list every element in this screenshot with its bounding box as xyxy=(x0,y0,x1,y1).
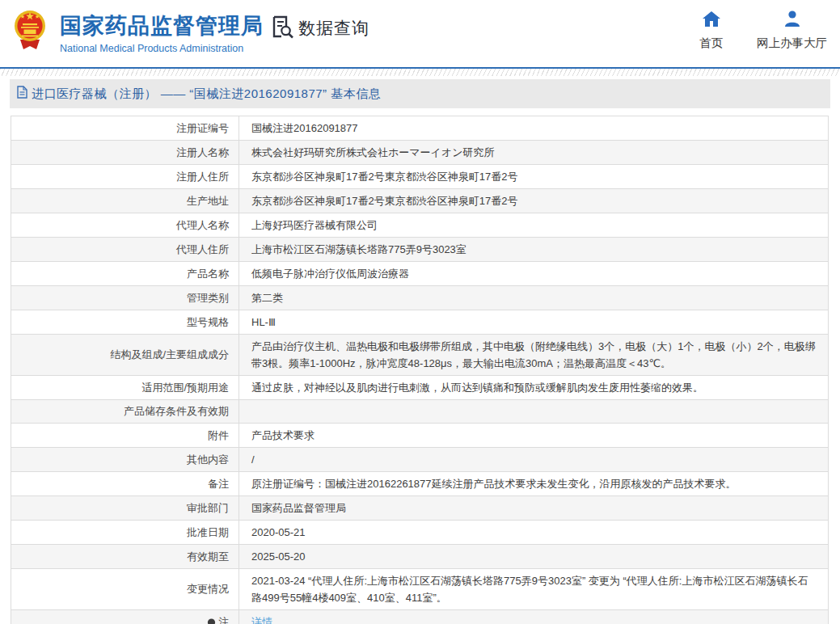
row-label-text: 适用范围/预期用途 xyxy=(141,380,229,396)
registration-info-table: 注册证编号 国械注进20162091877 注册人名称 株式会社好玛研究所株式会… xyxy=(11,116,829,624)
nav-home[interactable]: 首页 xyxy=(699,10,723,51)
row-label: 审批部门 xyxy=(11,496,239,520)
table-row: 注册人住所 东京都涉谷区神泉町17番2号東京都渋谷区神泉町17番2号 xyxy=(11,165,828,189)
row-value: 上海市松江区石湖荡镇长塔路775弄9号3023室 xyxy=(239,238,828,261)
row-label-text: 批准日期 xyxy=(187,525,229,541)
table-row: 型号规格 HL-Ⅲ xyxy=(11,310,828,335)
row-value: HL-Ⅲ xyxy=(239,310,828,334)
row-label: 结构及组成/主要组成成分 xyxy=(11,335,239,375)
row-label: 适用范围/预期用途 xyxy=(11,376,239,399)
balloon-icon xyxy=(207,618,216,624)
table-row: 注 详情 xyxy=(11,610,828,624)
row-value: 原注册证编号：国械注进20162261877延续注册产品技术要求未发生变化，沿用… xyxy=(239,472,828,495)
row-label-text: 附件 xyxy=(208,428,229,444)
data-query-label: 数据查询 xyxy=(298,17,369,40)
table-row: 备注 原注册证编号：国械注进20162261877延续注册产品技术要求未发生变化… xyxy=(11,472,828,496)
table-row: 产品名称 低频电子脉冲治疗仪低周波治療器 xyxy=(11,262,828,286)
row-label-text: 代理人住所 xyxy=(176,242,229,258)
nav-home-label: 首页 xyxy=(699,36,723,51)
nav-service-hall[interactable]: 网上办事大厅 xyxy=(757,10,827,51)
row-label-text: 审批部门 xyxy=(187,500,229,516)
row-label: 型号规格 xyxy=(11,310,239,334)
row-label-text: 管理类别 xyxy=(187,290,229,306)
site-header: 国家药品监督管理局 National Medical Products Admi… xyxy=(0,0,840,67)
row-label: 生产地址 xyxy=(11,189,239,213)
row-label-text: 注册证编号 xyxy=(176,120,229,137)
row-value: 东京都涉谷区神泉町17番2号東京都渋谷区神泉町17番2号 xyxy=(239,165,828,188)
table-row: 注册证编号 国械注进20162091877 xyxy=(11,116,828,141)
data-query-button[interactable]: 数据查询 xyxy=(269,14,369,43)
row-label: 有效期至 xyxy=(11,545,239,568)
row-value: 上海好玛医疗器械有限公司 xyxy=(239,213,828,237)
row-value: 通过皮肤，对神经以及肌肉进行电刺激，从而达到镇痛和预防或缓解肌肉发生废用性萎缩的… xyxy=(239,376,828,399)
row-label: 备注 xyxy=(11,472,239,495)
row-label: 批准日期 xyxy=(11,521,239,544)
row-label: 产品名称 xyxy=(11,262,239,285)
row-value: / xyxy=(239,448,828,471)
row-label-text: 代理人名称 xyxy=(176,217,229,234)
row-label-text: 生产地址 xyxy=(187,193,229,209)
row-value: 东京都涉谷区神泉町17番2号東京都渋谷区神泉町17番2号 xyxy=(239,189,828,213)
row-label-text: 注册人住所 xyxy=(176,169,229,185)
row-label: 注 xyxy=(11,610,239,624)
row-label: 产品储存条件及有效期 xyxy=(11,400,239,423)
table-row: 注册人名称 株式会社好玛研究所株式会社ホーマーイオン研究所 xyxy=(11,141,828,165)
header-nav: 首页 网上办事大厅 xyxy=(699,10,827,51)
row-value: 详情 xyxy=(239,610,828,624)
org-name-en: National Medical Products Administration xyxy=(60,43,319,54)
table-row: 产品储存条件及有效期 xyxy=(11,400,828,424)
row-value: 2020-05-21 xyxy=(239,521,828,544)
table-row: 管理类别 第二类 xyxy=(11,286,828,310)
table-row: 其他内容 / xyxy=(11,448,828,472)
table-row: 适用范围/预期用途 通过皮肤，对神经以及肌肉进行电刺激，从而达到镇痛和预防或缓解… xyxy=(11,376,828,400)
row-label: 变更情况 xyxy=(11,569,239,609)
table-row: 有效期至 2025-05-20 xyxy=(11,545,828,569)
nav-service-hall-label: 网上办事大厅 xyxy=(757,36,827,51)
table-row: 代理人名称 上海好玛医疗器械有限公司 xyxy=(11,213,828,238)
row-label: 其他内容 xyxy=(11,448,239,471)
row-label-text: 备注 xyxy=(208,476,229,492)
table-row: 批准日期 2020-05-21 xyxy=(11,521,828,545)
table-row: 变更情况 2021-03-24 “代理人住所:上海市松江区石湖荡镇长塔路775弄… xyxy=(11,569,828,610)
row-value: 2025-05-20 xyxy=(239,545,828,568)
row-value: 产品技术要求 xyxy=(239,424,828,447)
row-value: 低频电子脉冲治疗仪低周波治療器 xyxy=(239,262,828,285)
row-label-text: 有效期至 xyxy=(187,549,229,565)
row-value: 国械注进20162091877 xyxy=(239,116,828,140)
document-search-icon xyxy=(269,14,295,43)
row-label-text: 其他内容 xyxy=(187,452,229,468)
row-value: 株式会社好玛研究所株式会社ホーマーイオン研究所 xyxy=(239,141,828,164)
table-row: 生产地址 东京都涉谷区神泉町17番2号東京都渋谷区神泉町17番2号 xyxy=(11,189,828,213)
row-label-text: 注册人名称 xyxy=(176,145,229,161)
row-label: 附件 xyxy=(11,424,239,447)
row-label-text: 产品名称 xyxy=(187,266,229,282)
home-icon xyxy=(702,10,721,31)
row-value: 2021-03-24 “代理人住所:上海市松江区石湖荡镇长塔路775弄9号302… xyxy=(239,569,828,609)
table-row: 审批部门 国家药品监督管理局 xyxy=(11,496,828,521)
nmpa-emblem-icon xyxy=(14,4,46,54)
table-row: 代理人住所 上海市松江区石湖荡镇长塔路775弄9号3023室 xyxy=(11,238,828,262)
document-icon xyxy=(17,86,27,102)
row-label-text: 变更情况 xyxy=(187,581,229,597)
row-label: 代理人住所 xyxy=(11,238,239,261)
row-value: 产品由治疗仪主机、温热电极和电极绑带所组成，其中电极（附绝缘电线）3个，电极（大… xyxy=(239,335,828,375)
row-label-text: 结构及组成/主要组成成分 xyxy=(110,347,229,363)
detail-link[interactable]: 详情 xyxy=(251,613,272,624)
row-label-text: 产品储存条件及有效期 xyxy=(124,403,229,420)
row-label-text: 型号规格 xyxy=(187,314,229,331)
row-label: 注册人住所 xyxy=(11,165,239,188)
row-label: 注册证编号 xyxy=(11,116,239,140)
row-label: 管理类别 xyxy=(11,286,239,310)
row-value: 第二类 xyxy=(239,286,828,310)
table-row: 结构及组成/主要组成成分 产品由治疗仪主机、温热电极和电极绑带所组成，其中电极（… xyxy=(11,335,828,376)
page-title: 进口医疗器械（注册） —— “国械注进20162091877” 基本信息 xyxy=(32,86,381,102)
table-row: 附件 产品技术要求 xyxy=(11,424,828,448)
row-label: 注册人名称 xyxy=(11,141,239,164)
user-icon xyxy=(783,10,802,31)
page-title-bar: 进口医疗器械（注册） —— “国械注进20162091877” 基本信息 xyxy=(10,79,830,108)
row-value: 国家药品监督管理局 xyxy=(239,496,828,520)
hatch-pattern-strip xyxy=(0,69,840,76)
page: 国家药品监督管理局 National Medical Products Admi… xyxy=(0,0,840,624)
row-value xyxy=(239,400,828,423)
row-label: 代理人名称 xyxy=(11,213,239,237)
